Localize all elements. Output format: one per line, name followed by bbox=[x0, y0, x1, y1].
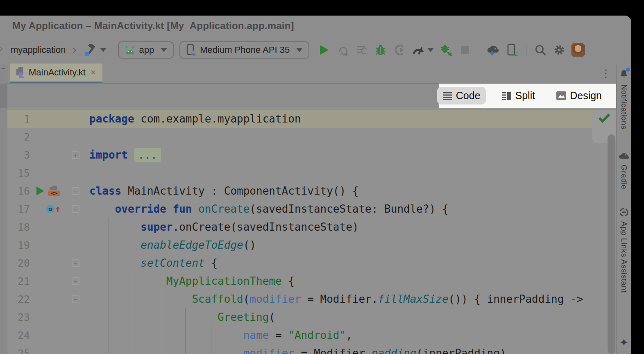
code-view-icon bbox=[442, 92, 452, 100]
module-selector[interactable]: app bbox=[118, 41, 174, 59]
device-selector[interactable]: Medium Phone API 35 bbox=[179, 41, 309, 59]
code-editor[interactable]: 1package com.example.myapplication23+imp… bbox=[7, 108, 616, 354]
editor-tab-bar: MainActivity.kt × ⋮ bbox=[7, 64, 616, 84]
fold-gutter bbox=[69, 236, 82, 254]
fold-gutter bbox=[69, 344, 82, 354]
fold-gutter: − bbox=[69, 272, 82, 290]
module-dropdown-arrow bbox=[161, 48, 167, 52]
svg-text:A: A bbox=[340, 51, 344, 56]
profiler-button[interactable] bbox=[412, 43, 425, 57]
code-line: 24 name = "Android", bbox=[7, 326, 616, 344]
toolbar-separator bbox=[479, 44, 479, 56]
code-line: 21− MyApplicationTheme { bbox=[7, 272, 616, 290]
line-number: 18 bbox=[7, 221, 30, 233]
code-line: 20− setContent { bbox=[7, 254, 616, 272]
fold-gutter: − bbox=[69, 254, 82, 272]
fold-collapse-icon[interactable]: − bbox=[72, 259, 79, 267]
tab-mainactivity[interactable]: MainActivity.kt × bbox=[10, 64, 102, 83]
stop-button[interactable] bbox=[458, 43, 472, 57]
run-gutter-icon[interactable] bbox=[36, 186, 44, 195]
code-text: class MainActivity : ComponentActivity()… bbox=[82, 182, 358, 200]
tab-close-icon[interactable]: × bbox=[90, 68, 97, 77]
view-mode-split[interactable]: Split bbox=[497, 87, 541, 104]
settings-button[interactable] bbox=[553, 43, 566, 57]
line-number: 23 bbox=[7, 311, 30, 323]
fold-gutter: − bbox=[69, 182, 82, 200]
fold-collapse-icon[interactable]: − bbox=[72, 277, 79, 285]
editor-lines: 1package com.example.myapplication23+imp… bbox=[7, 108, 616, 354]
gemini-sparkle-icon[interactable]: ✦ bbox=[619, 336, 628, 349]
code-line: 25 modifier = Modifier.padding(innerPadd… bbox=[7, 344, 616, 354]
code-text: package com.example.myapplication bbox=[82, 110, 301, 128]
kotlin-file-icon bbox=[16, 67, 25, 78]
android-icon bbox=[125, 46, 135, 54]
app-links-assistant-button[interactable] bbox=[619, 207, 629, 217]
line-number: 20 bbox=[7, 257, 30, 269]
breadcrumb-project[interactable]: myapplication bbox=[11, 45, 66, 55]
line-number: 17 bbox=[7, 203, 30, 215]
gutter-icons: o↑ bbox=[30, 204, 69, 214]
left-tool-stripe bbox=[0, 64, 7, 354]
fold-expand-icon[interactable]: + bbox=[72, 151, 79, 159]
stripe-label-app-links[interactable]: App Links Assistant bbox=[619, 221, 628, 293]
editor-column: MainActivity.kt × ⋮ Code bbox=[7, 64, 616, 354]
run-button[interactable] bbox=[317, 43, 331, 57]
stripe-label-gradle[interactable]: Gradle bbox=[619, 165, 628, 189]
fold-gutter bbox=[69, 110, 82, 128]
fold-collapse-icon[interactable]: − bbox=[72, 187, 79, 195]
line-number: 2 bbox=[7, 131, 30, 143]
checkmark-icon bbox=[598, 113, 610, 123]
view-mode-code[interactable]: Code bbox=[437, 87, 486, 104]
code-text: MyApplicationTheme { bbox=[82, 272, 295, 290]
attach-debugger-button[interactable] bbox=[440, 43, 453, 57]
line-number: 25 bbox=[7, 347, 30, 354]
gutter-icons: <> bbox=[30, 186, 69, 196]
fold-gutter bbox=[69, 128, 82, 146]
code-text: import ... bbox=[82, 146, 161, 164]
search-button[interactable] bbox=[534, 43, 547, 57]
override-method-icon[interactable]: o↑ bbox=[46, 204, 61, 214]
code-text: name = "Android", bbox=[82, 326, 352, 344]
code-line: 23 Greeting( bbox=[7, 308, 616, 326]
code-line: 15 bbox=[7, 164, 616, 182]
sync-gradle-button[interactable] bbox=[487, 43, 500, 57]
stripe-label-notifications[interactable]: Notifications bbox=[619, 84, 628, 129]
fold-gutter: + bbox=[69, 146, 82, 164]
vertical-scrollbar[interactable] bbox=[608, 134, 615, 354]
gradle-button[interactable] bbox=[619, 152, 629, 161]
line-number: 24 bbox=[7, 329, 30, 341]
indent-guide bbox=[160, 290, 160, 354]
fold-gutter bbox=[69, 218, 82, 236]
compose-preview-icon[interactable]: <> bbox=[48, 186, 60, 196]
profiler-dropdown-arrow[interactable] bbox=[427, 48, 434, 52]
right-tool-stripe: Notifications Gradle App Links Assistant… bbox=[616, 64, 631, 354]
code-line: 17o↑− override fun onCreate(savedInstanc… bbox=[7, 200, 616, 218]
notifications-button[interactable] bbox=[619, 69, 629, 79]
code-line: 22− Scaffold(modifier = Modifier.fillMax… bbox=[7, 290, 616, 308]
build-dropdown-arrow[interactable] bbox=[100, 48, 107, 52]
stripe-dash bbox=[2, 68, 5, 69]
view-mode-toggle: Code Split Design bbox=[439, 84, 616, 108]
apply-changes-button[interactable]: A bbox=[336, 43, 349, 57]
view-mode-design[interactable]: Design bbox=[551, 87, 607, 104]
device-manager-button[interactable] bbox=[506, 43, 519, 57]
device-phone-icon bbox=[186, 44, 196, 56]
device-selector-label: Medium Phone API 35 bbox=[200, 45, 290, 55]
fold-collapse-icon[interactable]: − bbox=[72, 205, 79, 213]
tab-options-icon[interactable]: ⋮ bbox=[601, 67, 611, 80]
indent-guide bbox=[109, 218, 109, 354]
fold-gutter: − bbox=[69, 200, 82, 218]
split-view-icon bbox=[502, 92, 512, 100]
line-number: 22 bbox=[7, 293, 30, 305]
user-avatar[interactable] bbox=[571, 43, 585, 57]
tab-label: MainActivity.kt bbox=[29, 67, 86, 78]
profile-button[interactable] bbox=[393, 43, 406, 57]
app-links-icon bbox=[619, 207, 629, 217]
build-button[interactable] bbox=[84, 43, 97, 57]
line-number: 15 bbox=[7, 167, 30, 179]
line-number: 21 bbox=[7, 275, 30, 287]
window-title: My Application – MainActivity.kt [My_App… bbox=[12, 20, 294, 32]
apply-code-changes-button[interactable] bbox=[355, 43, 368, 57]
debug-button[interactable] bbox=[374, 43, 387, 57]
fold-collapse-icon[interactable]: − bbox=[72, 295, 79, 303]
